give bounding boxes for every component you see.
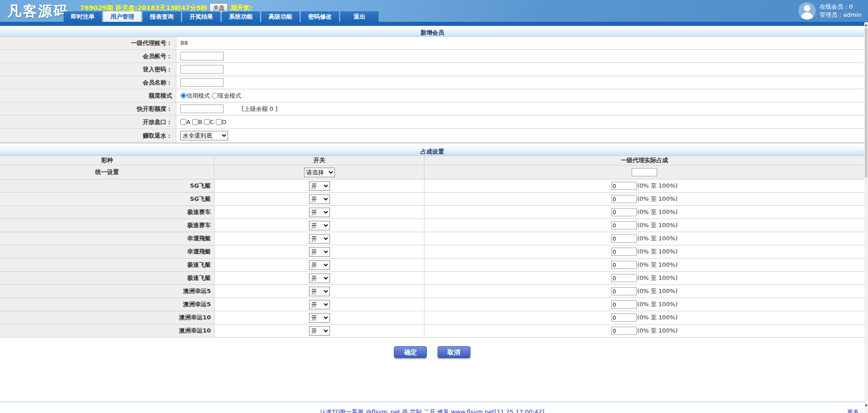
member-name-input[interactable] xyxy=(180,78,224,87)
switch-cell: 开 xyxy=(215,232,424,245)
section-title-new-member: 新增会员 xyxy=(0,27,864,37)
switch-select-2[interactable]: 开 xyxy=(309,208,330,217)
share-cell: (0% 至 100%) xyxy=(424,179,864,192)
switch-select-3[interactable]: 开 xyxy=(309,221,330,230)
user-box: 在线会员：0 管理员：admin xyxy=(798,2,862,20)
open-plate-option-label: C xyxy=(210,119,214,125)
share-cell: (0% 至 100%) xyxy=(424,298,864,311)
share-input-7[interactable] xyxy=(611,274,637,282)
quota-mode-现金模式-radio[interactable] xyxy=(212,93,218,99)
open-plate-options: ABCD xyxy=(180,119,228,125)
switch-cell: 开 xyxy=(215,245,424,258)
open-plate-option-C[interactable]: C xyxy=(204,119,214,125)
top-header: 凡客源码 769029期 距关盘:20183天13时47分9秒 关盘 期开奖: … xyxy=(0,0,868,26)
tab-instant-bets[interactable]: 即时注单 xyxy=(64,11,102,22)
share-input-1[interactable] xyxy=(611,195,637,203)
share-range-hint: (0% 至 100%) xyxy=(637,327,678,335)
action-buttons: 确定 取消 xyxy=(0,346,864,358)
switch-cell: 开 xyxy=(215,324,424,337)
column-header-switch: 开关 xyxy=(215,156,424,165)
quota-mode-option-信用模式[interactable]: 信用模式 xyxy=(180,92,210,100)
open-plate-option-label: B xyxy=(198,119,202,125)
share-input-8[interactable] xyxy=(611,287,637,295)
scrollbar-down-arrow-icon[interactable]: ▼ xyxy=(864,404,868,408)
share-input-5[interactable] xyxy=(611,248,637,256)
tab-user-management[interactable]: 用户管理 xyxy=(103,11,141,22)
tab-draw-results[interactable]: 开奖结果 xyxy=(182,11,220,22)
open-plate-D-checkbox[interactable] xyxy=(216,119,222,125)
switch-cell: 开 xyxy=(215,311,424,324)
form-row-open-plate: 开放盘口：ABCD xyxy=(0,116,864,129)
quota-mode-信用模式-radio[interactable] xyxy=(180,93,186,99)
share-input-6[interactable] xyxy=(611,261,637,269)
scrollbar-up-arrow-icon[interactable]: ▲ xyxy=(864,23,868,27)
share-input-10[interactable] xyxy=(611,313,637,322)
share-cell: (0% 至 100%) xyxy=(424,193,864,205)
switch-select-0[interactable]: 开 xyxy=(309,181,330,191)
switch-select-1[interactable]: 开 xyxy=(309,194,330,204)
form-value-member-account-input xyxy=(176,50,864,62)
open-plate-B-checkbox[interactable] xyxy=(192,119,198,125)
share-input-9[interactable] xyxy=(611,300,637,309)
switch-select-4[interactable]: 开 xyxy=(309,234,330,244)
open-plate-option-A[interactable]: A xyxy=(180,119,190,125)
share-cell: (0% 至 100%) xyxy=(424,285,864,298)
switch-select-7[interactable]: 开 xyxy=(309,274,330,283)
member-account-input[interactable] xyxy=(180,52,224,60)
occupancy-row-8: 澳洲幸运5开(0% 至 100%) xyxy=(0,285,864,298)
switch-select-8[interactable]: 开 xyxy=(309,287,330,296)
share-range-hint: (0% 至 100%) xyxy=(637,195,678,203)
share-input-0[interactable] xyxy=(611,182,637,190)
occupancy-row-0: SG飞艇开(0% 至 100%) xyxy=(0,179,864,193)
footer-more-link[interactable]: 更多 xyxy=(847,408,859,413)
cancel-button[interactable]: 取消 xyxy=(438,346,470,358)
rebate-select[interactable]: 水全退到底 xyxy=(180,131,228,140)
share-input-3[interactable] xyxy=(611,221,637,229)
confirm-button[interactable]: 确定 xyxy=(394,346,427,358)
unified-select[interactable]: 请选择 xyxy=(304,168,335,177)
switch-cell: 开 xyxy=(215,219,424,232)
form-label-quota-mode: 额度模式 xyxy=(0,90,176,102)
switch-cell: 开 xyxy=(215,193,424,205)
share-cell: (0% 至 100%) xyxy=(424,311,864,324)
footer: 认准TG唯一客服 @flsvm_net 搭 定制 二开 修复 www.flsvm… xyxy=(0,402,864,413)
open-plate-option-B[interactable]: B xyxy=(192,119,202,125)
share-range-hint: (0% 至 100%) xyxy=(637,221,678,229)
share-range-hint: (0% 至 100%) xyxy=(637,287,678,295)
lottery-name: 极速赛车 xyxy=(0,206,215,219)
section-title-occupancy: 占成设置 xyxy=(0,146,864,156)
tab-report-query[interactable]: 报表查询 xyxy=(143,11,181,22)
open-plate-A-checkbox[interactable] xyxy=(180,119,186,125)
switch-select-5[interactable]: 开 xyxy=(309,247,330,257)
lottery-name: 澳洲幸运10 xyxy=(0,324,215,337)
share-input-4[interactable] xyxy=(611,234,637,243)
login-password-input[interactable] xyxy=(180,65,224,74)
occupancy-row-3: 极速赛车开(0% 至 100%) xyxy=(0,219,864,232)
occupancy-row-11: 澳洲幸运10开(0% 至 100%) xyxy=(0,324,864,338)
logo: 凡客源码 xyxy=(7,2,69,21)
share-cell: (0% 至 100%) xyxy=(424,206,864,219)
switch-select-9[interactable]: 开 xyxy=(309,300,330,309)
quota-mode-option-现金模式[interactable]: 现金模式 xyxy=(212,92,241,100)
unified-share-input[interactable] xyxy=(632,168,657,176)
vertical-scrollbar[interactable]: ▲ ▼ xyxy=(864,22,868,413)
open-plate-option-D[interactable]: D xyxy=(216,119,226,125)
switch-select-6[interactable]: 开 xyxy=(309,260,330,270)
switch-cell: 开 xyxy=(215,206,424,219)
switch-select-10[interactable]: 开 xyxy=(309,313,330,323)
tab-logout[interactable]: 退出 xyxy=(340,11,379,22)
form-label-member-name-input: 会员名称： xyxy=(0,76,176,89)
quick-lottery-credit-input[interactable] xyxy=(180,104,224,113)
share-range-hint: (0% 至 100%) xyxy=(637,208,678,216)
lottery-name: 极速飞艇 xyxy=(0,272,215,284)
share-input-2[interactable] xyxy=(611,208,637,216)
scrollbar-thumb[interactable] xyxy=(865,28,868,178)
switch-select-11[interactable]: 开 xyxy=(309,326,330,336)
tab-password-change[interactable]: 密码修改 xyxy=(301,11,339,22)
lottery-name: SG飞艇 xyxy=(0,179,215,192)
tab-advanced-functions[interactable]: 高级功能 xyxy=(261,11,299,22)
lottery-name: 澳洲幸运5 xyxy=(0,285,215,298)
open-plate-C-checkbox[interactable] xyxy=(204,119,210,125)
share-input-11[interactable] xyxy=(611,327,637,335)
tab-system-functions[interactable]: 系统功能 xyxy=(222,11,260,22)
